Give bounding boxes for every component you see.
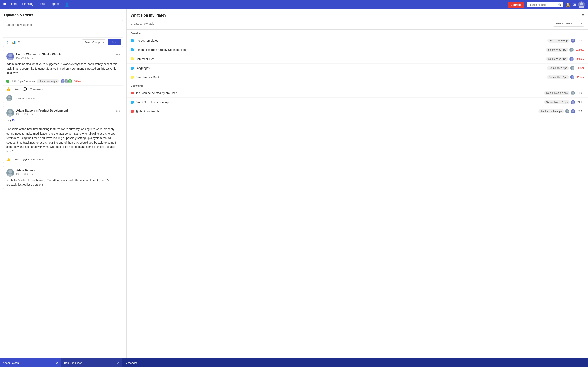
left-panel: Updates & Posts 📎 📊 ≡ Select Group Post <box>0 9 127 367</box>
post-more-menu-2[interactable]: ••• <box>116 109 120 113</box>
list-icon[interactable]: ≡ <box>18 40 20 44</box>
task-due-date: 24 Jul <box>577 110 584 113</box>
task-color-dot <box>6 80 9 83</box>
svg-point-15 <box>7 174 13 176</box>
task-avatar-3 <box>68 79 72 83</box>
task-assignee-avatar <box>571 100 575 105</box>
chat-bar-adam[interactable]: Adam Batson ✕ <box>0 359 61 367</box>
task-assignee-avatar <box>571 91 575 95</box>
svg-point-20 <box>571 58 573 60</box>
svg-point-17 <box>571 42 575 43</box>
upgrade-button[interactable]: Upgrade <box>508 2 524 8</box>
nav-time[interactable]: Time <box>38 2 45 7</box>
search-icon: 🔍 <box>558 3 562 6</box>
user-avatar[interactable] <box>578 1 585 8</box>
post-actions-2: 👍 1 Like 💬 13 Comments <box>3 156 123 163</box>
comment-post-avatar <box>6 169 14 176</box>
section-upcoming-label: Upcoming <box>127 82 588 89</box>
nav-planning[interactable]: Planning <box>22 2 34 7</box>
post-meta: Hamza Warraich in Slenke Web App Mar 16 … <box>16 53 114 59</box>
task-project-badge: Slenke Mobile Apps <box>544 91 570 95</box>
task-row[interactable]: Task can be deleted by any user Slenke M… <box>127 89 588 98</box>
nav-reports[interactable]: Reports <box>49 2 60 7</box>
task-due-date: 30 May <box>576 58 584 60</box>
chat-close-adam[interactable]: ✕ <box>56 361 58 365</box>
main-layout: Updates & Posts 📎 📊 ≡ Select Group Post <box>0 9 588 367</box>
nav-links: Home Planning Time Reports 👤 <box>10 2 508 7</box>
notifications-icon[interactable]: 🔔 <box>566 2 570 7</box>
task-project-badge: Slenke Web App <box>547 66 569 70</box>
like-button[interactable]: 👍 1 Like <box>6 87 18 91</box>
task-assignee-avatar <box>569 47 574 52</box>
commenter-avatar <box>6 95 12 101</box>
hamburger-icon[interactable]: ☰ <box>3 2 7 7</box>
task-row-name: Project Templates <box>136 39 545 42</box>
comment-input-field[interactable] <box>15 97 120 100</box>
create-task-input[interactable] <box>131 22 551 25</box>
post-project-name-2[interactable]: Product Development <box>38 109 68 112</box>
chart-icon[interactable]: 📊 <box>12 40 16 44</box>
select-group-dropdown[interactable]: Select Group <box>82 39 106 45</box>
like-button-2[interactable]: 👍 1 Like <box>6 158 18 161</box>
composer-textarea[interactable] <box>3 20 123 37</box>
task-name[interactable]: Notify() performance <box>11 80 35 83</box>
task-row[interactable]: @Mentions Mobile ! Slenke Mobile Apps 24… <box>127 107 588 116</box>
comment-icon: 💬 <box>23 87 27 91</box>
right-panel: What's on my Plate? ≡ Select Project Ove… <box>127 9 588 367</box>
post-card: Hamza Warraich in Slenke Web App Mar 16 … <box>3 50 123 103</box>
chat-close-ben[interactable]: ✕ <box>117 361 120 365</box>
task-due-date: 31 May <box>576 48 584 51</box>
post-author: Hamza Warraich in Slenke Web App <box>16 53 114 56</box>
task-row-name: Direct Downloads from App <box>136 100 542 104</box>
task-date: 16 Mar <box>74 80 81 83</box>
task-color-indicator <box>131 76 134 79</box>
attach-icon[interactable]: 📎 <box>6 40 9 44</box>
task-project-badge: Slenke Web App <box>546 57 568 61</box>
post-meta-2: Adam Batson in Product Development Mar 1… <box>16 109 114 115</box>
comment-count-2: 13 Comments <box>28 158 44 161</box>
filter-icon[interactable]: ≡ <box>581 13 584 18</box>
chat-bar-messages[interactable]: Messages <box>122 359 588 367</box>
task-assignee-avatar-2 <box>571 109 575 114</box>
task-row[interactable]: Project Templates Slenke Web App 14 Jul <box>127 36 588 45</box>
task-row[interactable]: Comment likes Slenke Web App 30 May <box>127 54 588 64</box>
navbar: ☰ Home Planning Time Reports 👤 Upgrade 🔍… <box>0 0 588 9</box>
search-input[interactable] <box>528 3 557 6</box>
messages-icon[interactable]: ✉ <box>573 2 576 7</box>
task-assignee-avatar <box>569 57 574 61</box>
task-row[interactable]: Attach Files from Already Uploaded Files… <box>127 45 588 54</box>
svg-point-23 <box>571 69 575 71</box>
svg-point-1 <box>579 6 584 8</box>
post-button[interactable]: Post <box>108 39 121 45</box>
right-panel-title: What's on my Plate? <box>131 13 581 17</box>
like-count-2: 1 Like <box>11 158 18 161</box>
post-project-name[interactable]: Slenke Web App <box>42 53 64 56</box>
navbar-right: Upgrade 🔍 🔔 ✉ <box>508 1 585 8</box>
search-box: 🔍 <box>527 2 563 7</box>
task-project-badge: Slenke Mobile Apps <box>538 109 564 113</box>
comment-button[interactable]: 💬 0 Comments <box>23 87 43 91</box>
in-label-2: in <box>35 109 38 112</box>
task-row[interactable]: Direct Downloads from App Slenke Mobile … <box>127 98 588 107</box>
ben-link[interactable]: Ben <box>12 119 17 122</box>
task-color-indicator <box>131 39 134 42</box>
task-row[interactable]: Save time as Draft Slenke Web App 19 Apr <box>127 73 588 82</box>
comment-button-2[interactable]: 💬 13 Comments <box>23 158 44 161</box>
add-person-icon[interactable]: 👤 <box>64 2 69 7</box>
task-project-badge: Slenke Web App <box>36 79 59 83</box>
task-due-date: 14 Jul <box>577 39 584 42</box>
post-body-2: Hey Ben, For some of the new time tracki… <box>3 118 123 156</box>
task-row[interactable]: Languages Slenke Web App 30 Apr <box>127 64 588 73</box>
left-panel-title: Updates & Posts <box>0 9 126 20</box>
select-project-dropdown[interactable]: Select Project <box>553 21 584 26</box>
comment-count: 0 Comments <box>28 88 43 91</box>
task-row-name: Comment likes <box>136 57 544 60</box>
svg-point-19 <box>570 51 574 52</box>
post-time: Mar 16 3:59 PM <box>16 56 114 59</box>
svg-point-0 <box>580 2 583 5</box>
svg-point-16 <box>572 39 574 42</box>
nav-home[interactable]: Home <box>10 2 17 7</box>
task-row-name: @Mentions Mobile <box>136 110 534 113</box>
post-more-menu[interactable]: ••• <box>116 53 120 57</box>
chat-bar-ben[interactable]: Ben Donaldson ✕ <box>61 359 122 367</box>
